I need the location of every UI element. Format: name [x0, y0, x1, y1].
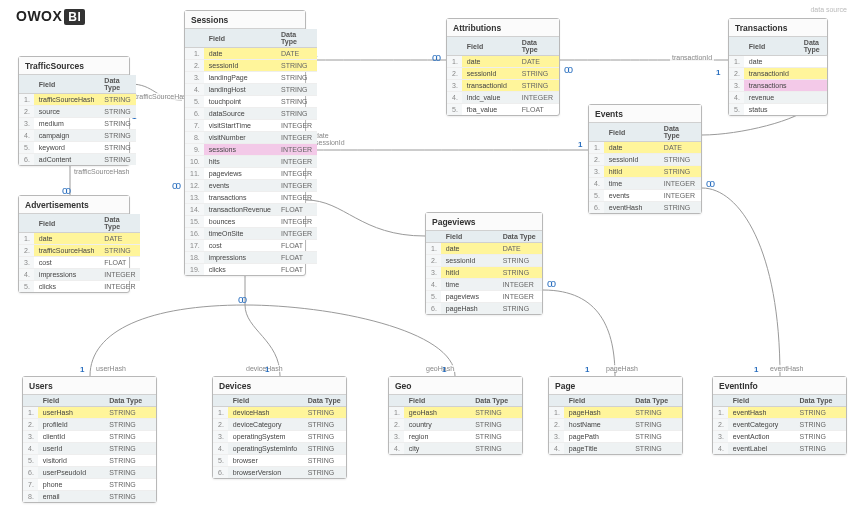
table-row[interactable]: 13.transactionsINTEGER — [185, 192, 317, 204]
table-row[interactable]: 6.browserVersionSTRING — [213, 467, 346, 479]
entity-users[interactable]: UsersFieldData Type1.userHashSTRING2.pro… — [22, 376, 157, 503]
table-row[interactable]: 2.trafficSourceHashSTRING — [19, 245, 140, 257]
table-row[interactable]: 1.dateDATE — [185, 48, 317, 60]
table-row[interactable]: 1.eventHashSTRING — [713, 407, 846, 419]
table-row[interactable]: 3.mediumSTRING — [19, 118, 136, 130]
table-row[interactable]: 4.operatingSystemInfoSTRING — [213, 443, 346, 455]
table-row[interactable]: 3.operatingSystemSTRING — [213, 431, 346, 443]
data-type: STRING — [794, 407, 846, 419]
table-row[interactable]: 6.adContentSTRING — [19, 154, 136, 166]
table-row[interactable]: 4.userIdSTRING — [23, 443, 156, 455]
table-row[interactable]: 16.timeOnSiteINTEGER — [185, 228, 317, 240]
table-row[interactable]: 2.hostNameSTRING — [549, 419, 682, 431]
table-row[interactable]: 2.transactionId — [729, 68, 827, 80]
table-row[interactable]: 6.pageHashSTRING — [426, 303, 542, 315]
table-row[interactable]: 2.eventCategorySTRING — [713, 419, 846, 431]
table-row[interactable]: 4.eventLabelSTRING — [713, 443, 846, 455]
entity-geo[interactable]: GeoFieldData Type1.geoHashSTRING2.countr… — [388, 376, 523, 455]
table-row[interactable]: 2.sessionIdSTRING — [185, 60, 317, 72]
table-row[interactable]: 12.eventsINTEGER — [185, 180, 317, 192]
table-row[interactable]: 3.costFLOAT — [19, 257, 140, 269]
table-row[interactable]: 11.pageviewsINTEGER — [185, 168, 317, 180]
table-row[interactable]: 5.eventsINTEGER — [589, 190, 701, 202]
table-row[interactable]: 1.dateDATE — [19, 233, 140, 245]
table-row[interactable]: 4.lndc_valueINTEGER — [447, 92, 559, 104]
table-row[interactable]: 3.hitIdSTRING — [426, 267, 542, 279]
table-row[interactable]: 1.userHashSTRING — [23, 407, 156, 419]
table-row[interactable]: 7.phoneSTRING — [23, 479, 156, 491]
table-row[interactable]: 5.pageviewsINTEGER — [426, 291, 542, 303]
table-row[interactable]: 1.geoHashSTRING — [389, 407, 522, 419]
table-row[interactable]: 2.deviceCategorySTRING — [213, 419, 346, 431]
table-row[interactable]: 19.clicksFLOAT — [185, 264, 317, 276]
table-row[interactable]: 1.deviceHashSTRING — [213, 407, 346, 419]
table-row[interactable]: 1.date — [729, 56, 827, 68]
table-row[interactable]: 5.status — [729, 104, 827, 116]
row-num: 3. — [447, 80, 462, 92]
data-type: INTEGER — [498, 279, 542, 291]
table-row[interactable]: 4.campaignSTRING — [19, 130, 136, 142]
table-row[interactable]: 2.sessionIdSTRING — [426, 255, 542, 267]
table-row[interactable]: 1.dateDATE — [447, 56, 559, 68]
table-row[interactable]: 6.eventHashSTRING — [589, 202, 701, 214]
entity-eventinfo[interactable]: EventInfoFieldData Type1.eventHashSTRING… — [712, 376, 847, 455]
table-row[interactable]: 2.sessionIdSTRING — [447, 68, 559, 80]
table-row[interactable]: 3.pagePathSTRING — [549, 431, 682, 443]
table-row[interactable]: 10.hitsINTEGER — [185, 156, 317, 168]
table-row[interactable]: 6.userPseudoIdSTRING — [23, 467, 156, 479]
table-row[interactable]: 7.visitStartTimeINTEGER — [185, 120, 317, 132]
table-row[interactable]: 18.impressionsFLOAT — [185, 252, 317, 264]
table-row[interactable]: 1.pageHashSTRING — [549, 407, 682, 419]
table-row[interactable]: 9.sessionsINTEGER — [185, 144, 317, 156]
table-row[interactable]: 5.visitorIdSTRING — [23, 455, 156, 467]
field-name: date — [604, 142, 659, 154]
entity-pageviews[interactable]: PageviewsFieldData Type1.dateDATE2.sessi… — [425, 212, 543, 315]
entity-attributions[interactable]: AttributionsFieldData Type1.dateDATE2.se… — [446, 18, 560, 116]
table-row[interactable]: 3.clientIdSTRING — [23, 431, 156, 443]
entity-devices[interactable]: DevicesFieldData Type1.deviceHashSTRING2… — [212, 376, 347, 479]
table-row[interactable]: 5.clicksINTEGER — [19, 281, 140, 293]
table-row[interactable]: 3.transactionIdSTRING — [447, 80, 559, 92]
entity-transactions[interactable]: TransactionsFieldData Type1.date2.transa… — [728, 18, 828, 116]
row-num: 10. — [185, 156, 204, 168]
data-type: STRING — [470, 419, 522, 431]
table-row[interactable]: 5.touchpointSTRING — [185, 96, 317, 108]
table-row[interactable]: 3.landingPageSTRING — [185, 72, 317, 84]
table-row[interactable]: 1.dateDATE — [426, 243, 542, 255]
table-row[interactable]: 2.sessionIdSTRING — [589, 154, 701, 166]
row-num: 2. — [426, 255, 441, 267]
entity-trafficsources[interactable]: TrafficSourcesFieldData Type1.trafficSou… — [18, 56, 130, 166]
row-num: 3. — [549, 431, 564, 443]
entity-advertisements[interactable]: AdvertisementsFieldData Type1.dateDATE2.… — [18, 195, 130, 293]
table-row[interactable]: 1.trafficSourceHashSTRING — [19, 94, 136, 106]
table-row[interactable]: 5.keywordSTRING — [19, 142, 136, 154]
table-row[interactable]: 3.transactions — [729, 80, 827, 92]
entity-page[interactable]: PageFieldData Type1.pageHashSTRING2.host… — [548, 376, 683, 455]
table-row[interactable]: 3.regionSTRING — [389, 431, 522, 443]
table-row[interactable]: 5.browserSTRING — [213, 455, 346, 467]
table-row[interactable]: 8.emailSTRING — [23, 491, 156, 503]
table-row[interactable]: 1.dateDATE — [589, 142, 701, 154]
table-row[interactable]: 3.eventActionSTRING — [713, 431, 846, 443]
table-row[interactable]: 4.impressionsINTEGER — [19, 269, 140, 281]
table-row[interactable]: 4.timeINTEGER — [589, 178, 701, 190]
table-row[interactable]: 4.pageTitleSTRING — [549, 443, 682, 455]
table-row[interactable]: 4.timeINTEGER — [426, 279, 542, 291]
table-row[interactable]: 6.dataSourceSTRING — [185, 108, 317, 120]
table-row[interactable]: 2.countrySTRING — [389, 419, 522, 431]
table-row[interactable]: 2.sourceSTRING — [19, 106, 136, 118]
table-row[interactable]: 2.profileIdSTRING — [23, 419, 156, 431]
table-row[interactable]: 4.revenue — [729, 92, 827, 104]
table-row[interactable]: 4.landingHostSTRING — [185, 84, 317, 96]
card-one: 1 — [442, 365, 446, 374]
entity-sessions[interactable]: SessionsFieldData Type1.dateDATE2.sessio… — [184, 10, 306, 276]
table-row[interactable]: 17.costFLOAT — [185, 240, 317, 252]
table-row[interactable]: 8.visitNumberINTEGER — [185, 132, 317, 144]
table-row[interactable]: 5.fba_valueFLOAT — [447, 104, 559, 116]
table-row[interactable]: 15.bouncesINTEGER — [185, 216, 317, 228]
table-row[interactable]: 4.citySTRING — [389, 443, 522, 455]
card-many: oo — [172, 180, 179, 191]
table-row[interactable]: 3.hitIdSTRING — [589, 166, 701, 178]
table-row[interactable]: 14.transactionRevenueFLOAT — [185, 204, 317, 216]
entity-events[interactable]: EventsFieldData Type1.dateDATE2.sessionI… — [588, 104, 702, 214]
